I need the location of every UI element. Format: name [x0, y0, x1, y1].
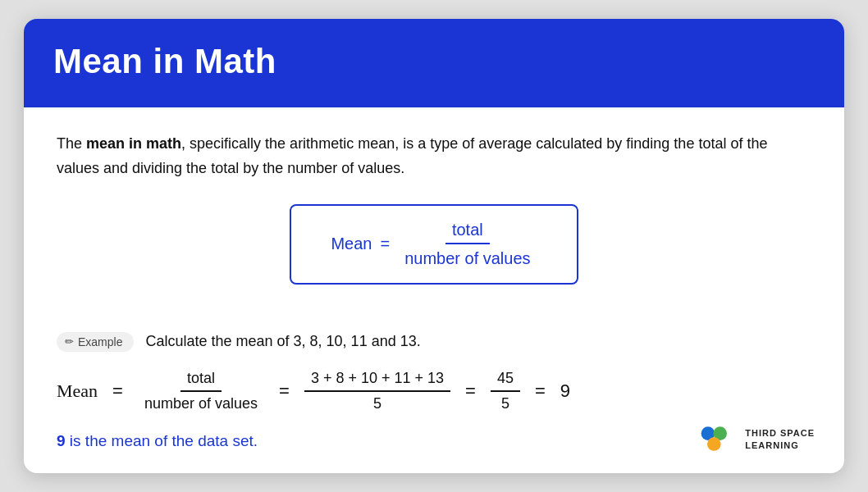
example-badge-label: Example — [78, 335, 122, 348]
main-card: Mean in Math The mean in math, specifica… — [24, 19, 844, 472]
logo-line1: THIRD SPACE — [745, 427, 815, 439]
example-badge: ✏ Example — [57, 332, 134, 352]
worked-eq1: = — [112, 380, 123, 402]
formula-fraction: total number of values — [398, 221, 537, 268]
formula-numerator: total — [445, 221, 490, 244]
intro-bold: mean in math — [86, 135, 181, 152]
worked-result: 9 — [560, 380, 570, 402]
intro-paragraph: The mean in math, specifically the arith… — [57, 132, 811, 180]
worked-eq3: = — [465, 380, 476, 402]
worked-fraction2: 3 + 8 + 10 + 11 + 13 5 — [304, 370, 450, 412]
worked-fraction1: total number of values — [138, 370, 264, 412]
formula-equals: = — [380, 235, 390, 253]
card-header: Mean in Math — [24, 19, 844, 107]
svg-point-2 — [707, 437, 721, 451]
conclusion-suffix: is the mean of the data set. — [66, 432, 258, 449]
formula-wrapper: Mean = total number of values — [57, 204, 811, 309]
example-text: Calculate the mean of 3, 8, 10, 11 and 1… — [145, 333, 420, 350]
formula-denominator: number of values — [398, 246, 537, 268]
logo-area: THIRD SPACE LEARNING — [697, 424, 815, 455]
tsl-logo-icon — [697, 424, 737, 455]
formula-mean-label: Mean — [331, 235, 372, 253]
formula-box: Mean = total number of values — [290, 204, 578, 285]
worked-mean-label: Mean — [57, 380, 98, 402]
worked-frac3-num: 45 — [491, 370, 520, 392]
worked-frac2-den: 5 — [367, 392, 388, 412]
intro-text-before: The — [57, 135, 86, 152]
worked-frac2-num: 3 + 8 + 10 + 11 + 13 — [304, 370, 450, 392]
conclusion-value: 9 — [57, 432, 66, 449]
worked-frac3-den: 5 — [495, 392, 516, 412]
page-title: Mean in Math — [53, 42, 815, 81]
worked-frac1-num: total — [180, 370, 222, 392]
tsl-logo-text: THIRD SPACE LEARNING — [745, 427, 815, 451]
worked-eq2: = — [279, 380, 290, 402]
card-body: The mean in math, specifically the arith… — [24, 107, 844, 472]
logo-line2: LEARNING — [745, 440, 815, 451]
worked-eq4: = — [535, 380, 546, 402]
formula-inner: Mean = total number of values — [331, 221, 537, 268]
example-row: ✏ Example Calculate the mean of 3, 8, 10… — [57, 332, 811, 352]
worked-fraction3: 45 5 — [491, 370, 520, 412]
pencil-icon: ✏ — [65, 335, 74, 348]
worked-frac1-den: number of values — [138, 392, 264, 412]
worked-solution-row: Mean = total number of values = 3 + 8 + … — [57, 370, 811, 412]
